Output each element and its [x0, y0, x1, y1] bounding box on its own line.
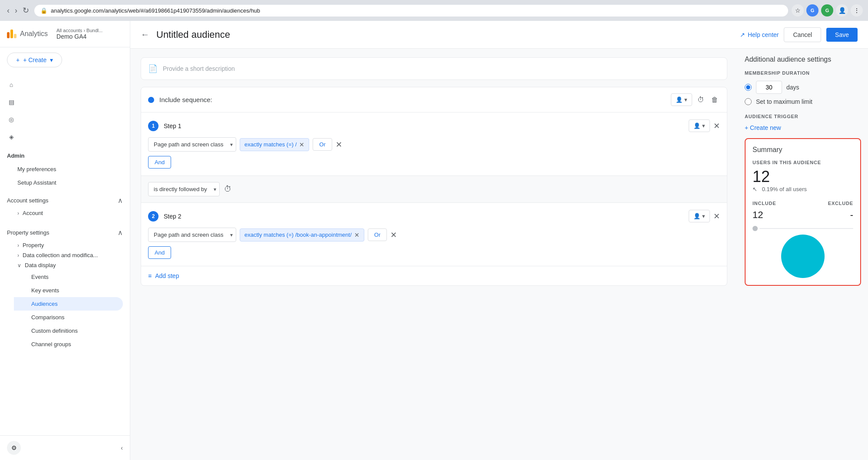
help-center-link[interactable]: ↗ Help center [740, 31, 779, 38]
step-1-chip-remove[interactable]: ✕ [299, 141, 304, 148]
max-limit-label: Set to maximum limit [756, 98, 812, 105]
sidebar-item-advertising[interactable]: ◈ [0, 128, 125, 146]
url-text: analytics.google.com/analytics/web/#/a69… [51, 7, 260, 14]
browser-nav[interactable]: ‹ › ↻ [5, 4, 31, 17]
secure-icon: 🔒 [40, 7, 47, 14]
sidebar-child-datadisplay[interactable]: ∨ Data display [7, 260, 123, 270]
step-1-condition-row: Page path and screen class exactly match… [148, 137, 720, 152]
step-2-container: 2 Step 2 👤 ▾ ✕ [141, 203, 727, 266]
property-name[interactable]: Demo GA4 [56, 33, 102, 40]
step-1-field-select[interactable]: Page path and screen class [148, 137, 236, 152]
ext-icon-3[interactable]: 👤 [836, 4, 848, 17]
property-collapse-icon: ∧ [118, 228, 123, 237]
logo-bar-2 [10, 30, 13, 38]
step-1-close-button[interactable]: ✕ [713, 121, 720, 131]
sequence-header: Include sequence: 👤 ▾ ⏱ 🗑 [141, 87, 727, 113]
address-bar[interactable]: 🔒 analytics.google.com/analytics/web/#/a… [34, 5, 788, 17]
timer-icon-button[interactable]: ⏱ [696, 94, 706, 106]
step-2-condition-remove[interactable]: ✕ [390, 230, 397, 240]
user-scope-button[interactable]: 👤 ▾ [671, 93, 692, 106]
days-radio[interactable] [745, 84, 752, 91]
datacollection-chevron-icon: › [17, 252, 19, 258]
step-1-number: 1 [148, 121, 158, 131]
description-bar[interactable]: 📄 Provide a short description [141, 57, 727, 80]
step-1-condition-remove[interactable]: ✕ [336, 140, 342, 149]
star-icon[interactable]: ☆ [792, 4, 804, 17]
user-pct: ↖ 0.19% of all users [752, 186, 853, 194]
cancel-button[interactable]: Cancel [784, 27, 821, 42]
create-new-trigger-button[interactable]: + Create new [745, 124, 781, 131]
analytics-logo: Analytics [7, 30, 48, 38]
sidebar-item-myprefs[interactable]: My preferences [0, 162, 130, 176]
step-2-chip-value: exactly matches (=) /book-an-appointment… [244, 232, 352, 238]
delete-sequence-button[interactable]: 🗑 [710, 94, 720, 106]
days-input[interactable]: 30 [756, 81, 782, 94]
step-2-scope-button[interactable]: 👤 ▾ [689, 210, 710, 222]
slider-dot [752, 226, 758, 231]
step-1-scope-button[interactable]: 👤 ▾ [689, 119, 710, 132]
sidebar-item-reports[interactable]: ▤ [0, 93, 125, 111]
connector-select[interactable]: is directly followed by [148, 182, 220, 196]
step-2-or-button[interactable]: Or [368, 228, 387, 241]
sidebar-child-property[interactable]: › Property [7, 240, 123, 250]
account-settings-title: Account settings [7, 197, 48, 204]
step-2-close-button[interactable]: ✕ [713, 212, 720, 221]
add-step-row[interactable]: ≡ Add step [141, 266, 727, 285]
property-settings-title: Property settings [7, 229, 50, 236]
back-button[interactable]: ← [141, 30, 149, 40]
save-button[interactable]: Save [826, 28, 858, 42]
add-step-label: Add step [155, 272, 179, 279]
audience-trigger-label: AUDIENCE TRIGGER [745, 114, 861, 119]
sidebar-child-datacollection[interactable]: › Data collection and modifica... [7, 250, 123, 260]
menu-icon[interactable]: ⋮ [851, 4, 863, 17]
home-icon: ⌂ [7, 80, 16, 89]
step-2-field-select-wrapper: Page path and screen class [148, 228, 236, 242]
chevron-right-icon: › [17, 210, 19, 216]
main-header: ← Untitled audience ↗ Help center Cancel… [130, 21, 868, 49]
user-pct-text: 0.19% of all users [762, 186, 807, 192]
sidebar-item-home[interactable]: ⌂ [0, 76, 125, 93]
sidebar-item-customdefs[interactable]: Custom definitions [14, 324, 123, 338]
step-1-and-button[interactable]: And [148, 156, 171, 169]
forward-nav-button[interactable]: › [13, 4, 19, 17]
days-radio-row: 30 days [745, 81, 861, 94]
sequence-label: Include sequence: [159, 96, 666, 103]
max-limit-radio[interactable] [745, 98, 752, 105]
sidebar-item-comparisons[interactable]: Comparisons [14, 311, 123, 324]
step-2-and-button[interactable]: And [148, 246, 171, 259]
step-2-condition-row: Page path and screen class exactly match… [148, 228, 720, 242]
sidebar-item-keyevents[interactable]: Key events [14, 284, 123, 297]
step-1-dropdown-icon: ▾ [702, 122, 705, 129]
settings-gear-icon[interactable]: ⚙ [7, 441, 21, 455]
ext-icon-1[interactable]: G [806, 4, 818, 17]
step-2-field-select[interactable]: Page path and screen class [148, 228, 236, 242]
connector-timer-icon: ⏱ [224, 185, 232, 194]
help-label: Help center [748, 31, 779, 38]
datacollection-label: Data collection and modifica... [23, 252, 98, 258]
sidebar-item-channelgroups[interactable]: Channel groups [14, 338, 123, 351]
sidebar-collapse-button[interactable]: ‹ [121, 444, 123, 451]
datadisplay-chevron-icon: ∨ [17, 262, 21, 268]
sequence-connector: is directly followed by ⏱ [141, 176, 727, 203]
account-settings-header[interactable]: Account settings ∧ [7, 193, 123, 208]
property-settings-header[interactable]: Property settings ∧ [7, 225, 123, 240]
step-1-actions: 👤 ▾ ✕ [689, 119, 720, 132]
additional-settings-title: Additional audience settings [745, 56, 861, 63]
dropdown-chevron: ▾ [50, 56, 53, 63]
ext-icon-2[interactable]: G [821, 4, 833, 17]
app: Analytics All accounts › Bundl... Demo G… [0, 21, 868, 460]
back-nav-button[interactable]: ‹ [5, 4, 11, 17]
reload-button[interactable]: ↻ [21, 4, 31, 17]
create-button[interactable]: + + Create ▾ [7, 53, 62, 67]
step-2-chip-remove[interactable]: ✕ [354, 232, 360, 238]
sidebar-item-explore[interactable]: ◎ [0, 111, 125, 128]
plus-icon: + [16, 56, 20, 63]
sidebar-item-audiences[interactable]: Audiences [14, 297, 123, 311]
sidebar-item-setup[interactable]: Setup Assistant [0, 176, 130, 189]
sidebar-child-account[interactable]: › Account [7, 208, 123, 218]
step-2-condition-chip: exactly matches (=) /book-an-appointment… [240, 228, 364, 242]
sidebar-item-events[interactable]: Events [14, 270, 123, 284]
step-1-or-button[interactable]: Or [313, 138, 332, 151]
connector-select-wrapper: is directly followed by [148, 182, 220, 196]
account-breadcrumb: All accounts › Bundl... [56, 28, 102, 33]
